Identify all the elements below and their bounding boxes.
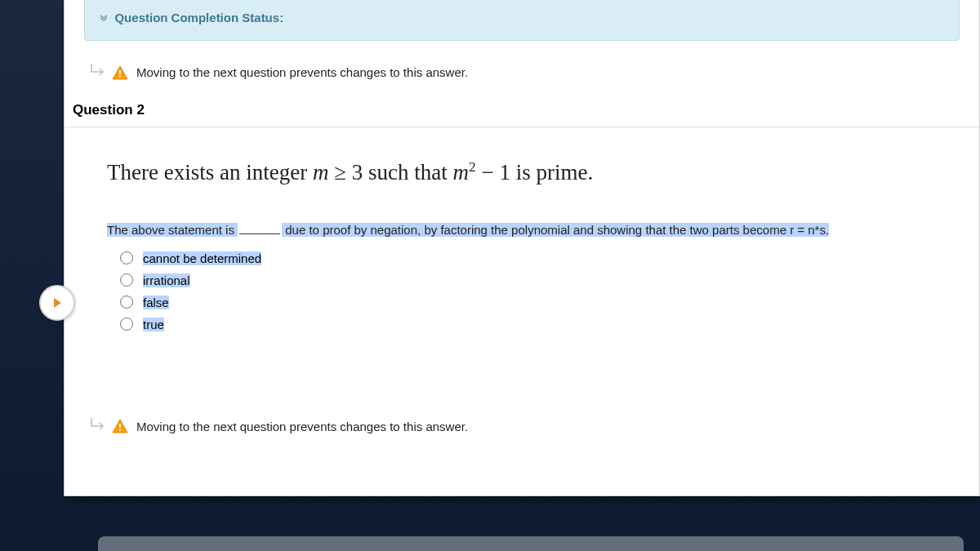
sub-arrow-icon [89, 416, 107, 437]
svg-rect-0 [119, 70, 121, 74]
prompt-line: The above statement is due to proof by n… [107, 221, 947, 240]
chevron-down-icon [100, 14, 108, 24]
warning-icon [112, 65, 128, 80]
sub-arrow-icon [89, 62, 107, 82]
warning-row-bottom: Moving to the next question prevents cha… [65, 398, 979, 451]
option-label: irrational [143, 273, 190, 287]
prompt-part-b: due to proof by negation, by factoring t… [282, 223, 829, 237]
svg-rect-1 [119, 75, 121, 77]
footer-bar [98, 536, 964, 551]
radio-true[interactable] [120, 318, 133, 331]
option-irrational[interactable]: irrational [120, 273, 947, 287]
warning-text: Moving to the next question prevents cha… [136, 420, 468, 433]
option-cannot-be-determined[interactable]: cannot be determined [120, 251, 947, 265]
svg-rect-2 [119, 424, 121, 428]
play-button[interactable] [39, 285, 75, 321]
option-label: true [143, 318, 164, 331]
question-panel: Question Completion Status: Moving to th… [64, 0, 980, 496]
blank-fill [239, 233, 280, 234]
option-label: false [143, 295, 169, 309]
radio-false[interactable] [120, 295, 133, 309]
option-label: cannot be determined [143, 251, 261, 265]
radio-cannot-be-determined[interactable] [120, 251, 133, 264]
question-header: Question 2 [65, 97, 979, 127]
play-icon [51, 296, 64, 309]
radio-irrational[interactable] [120, 273, 133, 287]
option-false[interactable]: false [120, 295, 947, 309]
math-statement: There exists an integer m ≥ 3 such that … [107, 158, 947, 185]
svg-rect-3 [119, 429, 121, 431]
status-label: Question Completion Status: [114, 11, 283, 24]
warning-icon [112, 419, 128, 433]
warning-text: Moving to the next question prevents cha… [136, 65, 468, 79]
options-group: cannot be determined irrational false tr… [107, 251, 947, 331]
warning-row-top: Moving to the next question prevents cha… [65, 44, 979, 97]
option-true[interactable]: true [120, 318, 947, 331]
question-body: There exists an integer m ≥ 3 such that … [65, 127, 979, 356]
prompt-part-a: The above statement is [107, 223, 238, 237]
completion-status-bar[interactable]: Question Completion Status: [84, 0, 960, 41]
